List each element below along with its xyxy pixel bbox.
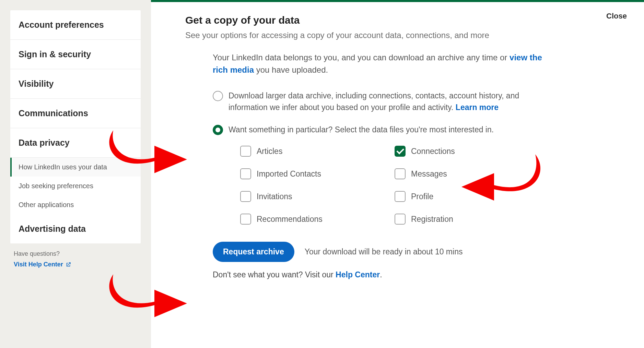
radio-particular-label: Want something in particular? Select the… (229, 124, 494, 136)
radio-option-full-archive[interactable]: Download larger data archive, including … (213, 90, 542, 113)
checkbox-recommendations[interactable] (240, 214, 251, 225)
sidebar-sub-other-applications[interactable]: Other applications (10, 195, 141, 214)
sidebar-item-sign-in-security[interactable]: Sign in & security (10, 40, 141, 69)
help-center-link[interactable]: Help Center (336, 270, 380, 279)
checkbox-messages[interactable] (395, 168, 406, 179)
help-center-line: Don't see what you want? Visit our Help … (213, 270, 627, 279)
checkbox-imported-contacts[interactable] (240, 168, 251, 179)
data-file-checkbox-grid: Articles Connections Imported Contacts M… (240, 146, 627, 225)
sidebar-help-block: Have questions? Visit Help Center (10, 243, 141, 268)
radio-option-particular[interactable]: Want something in particular? Select the… (213, 124, 542, 136)
checkbox-articles[interactable] (240, 146, 251, 157)
download-ready-note: Your download will be ready in about 10 … (305, 247, 463, 256)
close-button[interactable]: Close (606, 12, 627, 21)
main-panel: Close Get a copy of your data See your o… (151, 0, 644, 348)
checkbox-label-messages: Messages (411, 169, 447, 179)
page-subtitle: See your options for accessing a copy of… (185, 29, 522, 41)
sidebar-item-communications[interactable]: Communications (10, 99, 141, 128)
checkbox-row-profile[interactable]: Profile (395, 191, 539, 202)
sidebar-card: Account preferences Sign in & security V… (10, 10, 141, 243)
intro-paragraph: Your LinkedIn data belongs to you, and y… (213, 51, 549, 76)
sidebar-sub-job-seeking[interactable]: Job seeking preferences (10, 177, 141, 195)
top-green-bar (151, 0, 644, 2)
checkbox-row-articles[interactable]: Articles (240, 146, 384, 157)
intro-text-before: Your LinkedIn data belongs to you, and y… (213, 53, 510, 62)
request-archive-button[interactable]: Request archive (213, 242, 294, 262)
sidebar-column: Account preferences Sign in & security V… (0, 0, 151, 348)
help-line-after: . (380, 270, 382, 279)
radio-full-archive-circle[interactable] (213, 91, 223, 101)
action-row: Request archive Your download will be re… (213, 242, 627, 262)
help-line-before: Don't see what you want? Visit our (213, 270, 336, 279)
checkbox-label-invitations: Invitations (257, 192, 292, 201)
checkbox-invitations[interactable] (240, 191, 251, 202)
sidebar-item-data-privacy[interactable]: Data privacy (10, 128, 141, 158)
learn-more-link[interactable]: Learn more (456, 103, 499, 112)
checkbox-label-articles: Articles (257, 147, 282, 156)
checkbox-label-registration: Registration (411, 215, 453, 224)
checkbox-label-imported-contacts: Imported Contacts (257, 169, 321, 179)
visit-help-center-link[interactable]: Visit Help Center (14, 261, 71, 268)
sidebar-item-visibility[interactable]: Visibility (10, 69, 141, 99)
checkbox-label-profile: Profile (411, 192, 433, 201)
sidebar-item-account-preferences[interactable]: Account preferences (10, 10, 141, 40)
checkbox-row-connections[interactable]: Connections (395, 146, 539, 157)
checkbox-row-invitations[interactable]: Invitations (240, 191, 384, 202)
radio-full-archive-label: Download larger data archive, including … (229, 90, 542, 113)
checkbox-registration[interactable] (395, 214, 406, 225)
checkbox-connections[interactable] (395, 146, 406, 157)
radio-particular-circle[interactable] (213, 125, 223, 135)
checkbox-row-registration[interactable]: Registration (395, 214, 539, 225)
external-link-icon (65, 262, 71, 268)
checkbox-profile[interactable] (395, 191, 406, 202)
page-title: Get a copy of your data (185, 14, 627, 26)
checkbox-row-imported-contacts[interactable]: Imported Contacts (240, 168, 384, 179)
visit-help-center-label: Visit Help Center (14, 261, 63, 268)
radio-options: Download larger data archive, including … (213, 90, 627, 225)
checkbox-row-recommendations[interactable]: Recommendations (240, 214, 384, 225)
checkbox-row-messages[interactable]: Messages (395, 168, 539, 179)
intro-text-after: you have uploaded. (254, 65, 328, 74)
checkbox-label-connections: Connections (411, 147, 455, 156)
have-questions-label: Have questions? (14, 250, 137, 257)
sidebar-sub-how-linkedin-uses-data[interactable]: How LinkedIn uses your data (10, 158, 141, 177)
checkbox-label-recommendations: Recommendations (257, 215, 323, 224)
sidebar-item-advertising-data[interactable]: Advertising data (10, 214, 141, 243)
